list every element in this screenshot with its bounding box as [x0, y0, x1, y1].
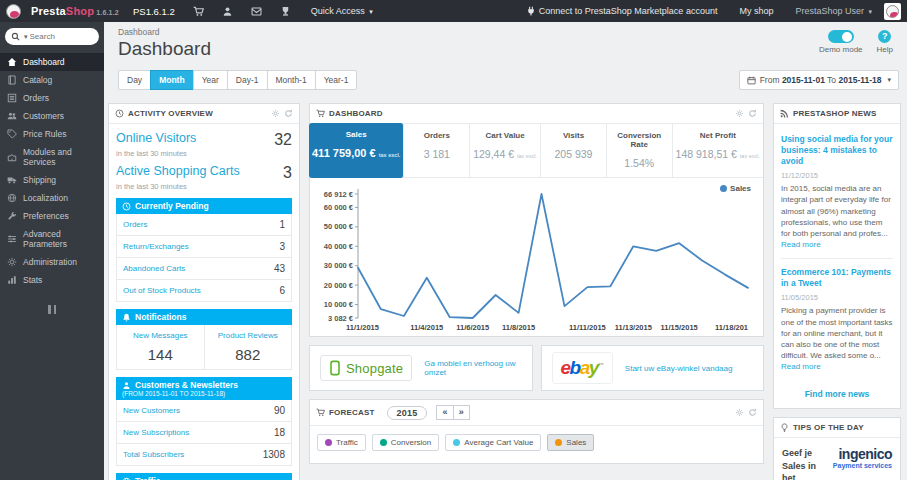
search-input[interactable] [30, 32, 86, 41]
pending-row-orders[interactable]: Orders1 [117, 214, 291, 235]
pending-row-abandoned-carts[interactable]: Abandoned Carts43 [117, 257, 291, 279]
main-content: Dashboard Dashboard Demo mode ? Help Day… [104, 22, 907, 480]
news-item: Ecommerce 101: Payments in a Tweet 11/05… [781, 259, 893, 380]
kpi-conversion-rate[interactable]: Conversion Rate1.54% [607, 124, 673, 177]
calendar-icon [747, 76, 756, 85]
range-day-1-button[interactable]: Day-1 [227, 70, 268, 90]
panel-refresh-button[interactable] [748, 109, 757, 118]
users-icon [7, 111, 17, 121]
collapse-sidebar-button[interactable] [0, 305, 104, 314]
range-button-group: Day Month Year Day-1 Month-1 Year-1 [118, 70, 357, 90]
panel-settings-button[interactable] [735, 109, 744, 118]
forecast-year-pill[interactable]: 2015 [387, 406, 428, 420]
kpi-net-profit[interactable]: Net Profit148 918,51 € tax excl. [673, 124, 763, 177]
next-year-button[interactable]: » [453, 405, 470, 420]
legend-dot [720, 185, 727, 192]
news-title-link[interactable]: Using social media for your business: 4 … [781, 134, 893, 167]
bell-icon [122, 313, 131, 322]
news-title-link[interactable]: Ecommerce 101: Payments in a Tweet [781, 267, 893, 289]
pause-icon [54, 305, 57, 314]
active-carts-link[interactable]: Active Shopping Carts [116, 164, 240, 178]
trophy-icon[interactable] [280, 6, 291, 17]
panel-title: PRESTASHOP NEWS [793, 109, 877, 118]
range-year-1-button[interactable]: Year-1 [315, 70, 358, 90]
product-reviews-cell[interactable]: Product Reviews882 [204, 325, 292, 369]
previous-year-button[interactable]: « [436, 405, 453, 420]
my-shop-link[interactable]: My shop [739, 6, 773, 16]
find-more-news-link[interactable]: Find more news [774, 382, 900, 408]
panel-title: TIPS OF THE DAY [793, 423, 864, 432]
new-customers-row[interactable]: New Customers90 [117, 400, 291, 421]
panel-title: ACTIVITY OVERVIEW [128, 109, 213, 118]
shopgate-link[interactable]: Ga mobiel en verhoog uw omzet [424, 359, 521, 377]
toggle-traffic[interactable]: Traffic [317, 434, 366, 451]
customers-quick-icon[interactable] [222, 6, 233, 17]
range-month-button[interactable]: Month [150, 70, 194, 90]
pending-row-out-of-stock[interactable]: Out of Stock Products6 [117, 279, 291, 301]
panel-settings-button[interactable] [271, 109, 280, 118]
marketplace-link[interactable]: Connect to PrestaShop Marketplace accoun… [526, 6, 717, 16]
date-range-toolbar: Day Month Year Day-1 Month-1 Year-1 From… [118, 70, 899, 90]
kpi-orders[interactable]: Orders3 181 [404, 124, 470, 177]
range-year-button[interactable]: Year [193, 70, 228, 90]
toggle-conversion[interactable]: Conversion [372, 434, 439, 451]
date-range-picker[interactable]: From 2015-11-01 To 2015-11-18 ▾ [739, 70, 899, 90]
clock-icon [115, 109, 124, 118]
sidebar-item-localization[interactable]: Localization [0, 189, 104, 207]
sidebar-item-shipping[interactable]: Shipping [0, 171, 104, 189]
sidebar-search[interactable]: ▾ [5, 28, 99, 45]
cart-icon[interactable] [193, 6, 204, 17]
bar-chart-icon [7, 275, 17, 285]
range-month-1-button[interactable]: Month-1 [267, 70, 316, 90]
svg-text:3 082 €: 3 082 € [328, 314, 354, 323]
new-messages-cell[interactable]: New Messages144 [117, 325, 204, 369]
breadcrumb[interactable]: Dashboard [118, 27, 893, 37]
sidebar-item-administration[interactable]: Administration [0, 253, 104, 271]
toggle-sales[interactable]: Sales [547, 434, 594, 451]
pending-row-returns[interactable]: Return/Exchanges3 [117, 235, 291, 257]
page-title: Dashboard [118, 38, 893, 60]
wrench-icon [7, 211, 17, 221]
svg-text:11/11/2015: 11/11/2015 [569, 323, 606, 332]
sidebar-item-orders[interactable]: Orders [0, 89, 104, 107]
kpi-cart-value[interactable]: Cart Value129,44 € tax excl. [470, 124, 541, 177]
quick-access-menu[interactable]: Quick Access ▾ [311, 6, 373, 16]
toggle-average-cart-value[interactable]: Average Cart Value [445, 434, 541, 451]
ebay-module-card: ebay™ Start uw eBay-winkel vandaag [541, 345, 765, 391]
demo-mode-toggle[interactable] [828, 30, 854, 43]
sidebar-item-dashboard[interactable]: Dashboard [0, 53, 104, 71]
orders-icon [7, 93, 17, 103]
sidebar-item-modules[interactable]: Modules and Services [0, 143, 104, 171]
panel-refresh-button[interactable] [748, 408, 757, 417]
refresh-icon [748, 109, 757, 118]
online-visitors-link[interactable]: Online Visitors [116, 131, 196, 145]
panel-settings-button[interactable] [735, 408, 744, 417]
sidebar-item-customers[interactable]: Customers [0, 107, 104, 125]
help-label: Help [877, 45, 893, 54]
messages-icon[interactable] [251, 6, 262, 17]
svg-text:11/4/2015: 11/4/2015 [410, 323, 443, 332]
sidebar: ▾ Dashboard Catalog Orders Customers Pri… [0, 22, 104, 480]
sales-dot [555, 439, 562, 446]
ebay-link[interactable]: Start uw eBay-winkel vandaag [625, 364, 733, 373]
kpi-visits[interactable]: Visits205 939 [541, 124, 607, 177]
read-more-link[interactable]: Read more [781, 240, 821, 249]
kpi-sales[interactable]: Sales411 759,00 € tax excl. [309, 123, 404, 178]
sales-line-chart: 3 082 €10 000 €20 000 €30 000 €40 000 €5… [312, 182, 761, 334]
help-icon[interactable]: ? [878, 30, 891, 43]
cart-icon [316, 109, 325, 118]
sidebar-item-catalog[interactable]: Catalog [0, 71, 104, 89]
user-menu[interactable]: PrestaShop User ▾ [795, 6, 872, 16]
new-subscriptions-row[interactable]: New Subscriptions18 [117, 421, 291, 443]
sidebar-item-price-rules[interactable]: Price Rules [0, 125, 104, 143]
gear-icon [735, 408, 744, 417]
panel-refresh-button[interactable] [284, 109, 293, 118]
sidebar-item-preferences[interactable]: Preferences [0, 207, 104, 225]
total-subscribers-row[interactable]: Total Subscribers1308 [117, 443, 291, 465]
read-more-link[interactable]: Read more [781, 362, 821, 371]
dashboard-panel: DASHBOARD Sales411 759,00 € tax excl. Or… [309, 103, 764, 337]
sidebar-item-advanced-parameters[interactable]: Advanced Parameters [0, 225, 104, 253]
range-day-button[interactable]: Day [118, 70, 151, 90]
user-avatar[interactable] [884, 3, 901, 20]
sidebar-item-stats[interactable]: Stats [0, 271, 104, 289]
